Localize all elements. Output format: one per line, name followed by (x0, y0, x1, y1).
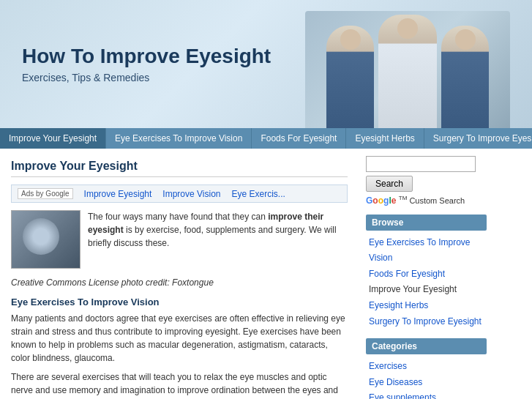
sidebar-search: Search Google TM Custom Search (366, 156, 487, 206)
category-exercises[interactable]: Exercises (369, 359, 484, 375)
main-nav: Improve Your Eyesight Eye Exercises To I… (0, 128, 532, 149)
browse-link-surgery[interactable]: Surgery To Improve Eyesight (369, 314, 484, 330)
section2-text: There are several exercises that will te… (11, 370, 348, 399)
search-input[interactable] (366, 156, 476, 172)
doctor-figure-2 (378, 15, 437, 128)
browse-section-header: Browse (366, 215, 487, 231)
ad-link-3[interactable]: Eye Exercis... (231, 189, 285, 199)
category-supplements[interactable]: Eye supplements (369, 390, 484, 399)
page-title: Improve Your Eyesight (11, 160, 348, 177)
search-button[interactable]: Search (366, 176, 413, 192)
categories-links: Exercises Eye Diseases Eye supplements e… (366, 359, 487, 399)
nav-item-surgery[interactable]: Surgery To Improve Eyesight (424, 128, 532, 149)
header-image (305, 11, 510, 128)
browse-link-herbs[interactable]: Eyesight Herbs (369, 298, 484, 314)
doctor-figure-1 (326, 26, 374, 128)
header-text: How To Improve Eyesight Exercises, Tips … (22, 45, 271, 83)
ads-bar: Ads by Google Improve Eyesight Improve V… (11, 184, 348, 203)
browse-link-improve: Improve Your Eyesight (369, 282, 484, 298)
article-image (11, 210, 80, 269)
ad-link-2[interactable]: Improve Vision (162, 189, 220, 199)
section1-text: Many patients and doctors agree that eye… (11, 312, 348, 365)
ad-link-1[interactable]: Improve Eyesight (84, 189, 152, 199)
category-eye-diseases[interactable]: Eye Diseases (369, 375, 484, 391)
site-header: How To Improve Eyesight Exercises, Tips … (0, 0, 532, 128)
image-caption: Creative Commons License photo credit: F… (11, 276, 348, 289)
nav-item-herbs[interactable]: Eyesight Herbs (346, 128, 424, 149)
nav-item-foods[interactable]: Foods For Eyesight (252, 128, 346, 149)
content-area: Improve Your Eyesight Ads by Google Impr… (0, 149, 532, 399)
nav-item-improve-eyesight[interactable]: Improve Your Eyesight (0, 128, 106, 149)
browse-link-foods[interactable]: Foods For Eyesight (369, 266, 484, 283)
categories-section-header: Categories (366, 338, 487, 354)
google-logo: Google (366, 195, 399, 206)
nav-item-eye-exercises[interactable]: Eye Exercises To Improve Vision (106, 128, 252, 149)
sidebar: Search Google TM Custom Search Browse Ey… (359, 149, 494, 399)
ads-label: Ads by Google (18, 188, 73, 199)
google-custom-search: Google TM Custom Search (366, 195, 487, 206)
google-label: Custom Search (409, 196, 465, 205)
browse-links: Eye Exercises To Improve Vision Foods Fo… (366, 235, 487, 330)
site-title: How To Improve Eyesight (22, 45, 271, 68)
browse-link-eye-exercises[interactable]: Eye Exercises To Improve Vision (369, 235, 484, 266)
main-content: Improve Your Eyesight Ads by Google Impr… (0, 149, 359, 399)
site-subtitle: Exercises, Tips & Remedies (22, 72, 271, 83)
section1-title: Eye Exercises To Improve Vision (11, 297, 348, 307)
doctor-figure-3 (441, 26, 489, 128)
